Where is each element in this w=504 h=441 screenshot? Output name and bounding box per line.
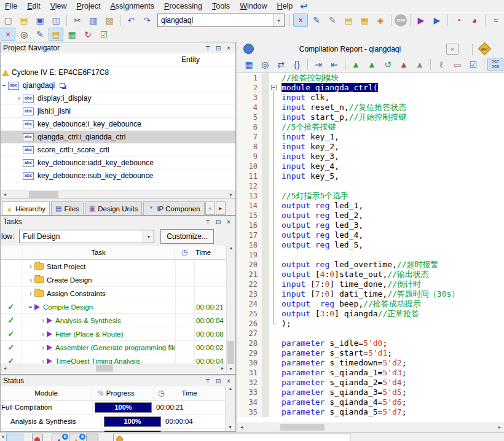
menu-view[interactable]: View bbox=[45, 1, 72, 12]
close-icon[interactable]: × bbox=[1, 434, 5, 440]
fold-margin[interactable] bbox=[269, 211, 279, 221]
menu-help[interactable]: Help bbox=[272, 1, 298, 12]
fold-margin[interactable] bbox=[269, 368, 279, 378]
tree-item-instance[interactable]: abcjishi:i_jishi bbox=[1, 105, 235, 118]
chevron-down-icon[interactable]: ▼ bbox=[143, 230, 154, 243]
paste-icon[interactable]: ▧ bbox=[102, 14, 117, 27]
scrollbar-thumb[interactable] bbox=[227, 341, 234, 364]
task-row[interactable]: ✓›Analysis & Synthesis00:00:04 bbox=[1, 314, 235, 327]
start-synthesis-icon[interactable]: ✎ bbox=[325, 14, 340, 27]
navigator-hscrollbar[interactable]: ◄ ► bbox=[1, 190, 235, 199]
tree-item-instance[interactable]: abcqiangda_ctrl:i_qiandda_ctrl bbox=[1, 131, 235, 144]
code-editor[interactable]: 1//抢答控制模块2−module qiangda_ctrl(3input cl… bbox=[237, 73, 504, 423]
fold-margin[interactable] bbox=[269, 181, 279, 191]
status-vscrollbar[interactable]: ▼ bbox=[225, 400, 235, 431]
remove-all-bookmarks-icon[interactable]: ▲ bbox=[412, 58, 427, 71]
text-editor-icon[interactable]: abc bbox=[478, 42, 491, 55]
menu-project[interactable]: Project bbox=[72, 1, 106, 12]
undo-icon[interactable]: ↶ bbox=[124, 14, 138, 27]
report-window-icon[interactable]: ▦ bbox=[242, 58, 256, 71]
task-row[interactable]: ✓›Fitter (Place & Route)00:00:08 bbox=[1, 327, 235, 341]
redo-icon[interactable]: ↷ bbox=[140, 14, 154, 27]
float-window-icon[interactable]: ⊡ bbox=[214, 44, 222, 52]
start-compilation-icon[interactable]: × bbox=[293, 14, 308, 27]
find-in-text-icon[interactable]: ◎ bbox=[258, 58, 272, 71]
fold-margin[interactable] bbox=[269, 289, 279, 299]
tab-scroll-left-icon[interactable]: ◄ bbox=[205, 201, 215, 215]
task-row[interactable]: ✓›Assembler (Generate programming files)… bbox=[1, 341, 235, 354]
editor-hscrollbar[interactable]: ◄ ► bbox=[237, 423, 504, 432]
indent-icon[interactable]: ⇥ bbox=[311, 58, 326, 71]
chevron-right-icon[interactable]: › bbox=[39, 343, 47, 352]
prev-bookmark-icon[interactable]: ↺ bbox=[380, 58, 395, 71]
compile-design-icon[interactable]: × bbox=[1, 28, 15, 41]
fold-margin[interactable] bbox=[269, 93, 279, 103]
pin-icon[interactable]: ⊤ bbox=[203, 44, 212, 52]
netlist-viewer-icon[interactable]: ≈ bbox=[489, 14, 503, 27]
tab-scroll-right-icon[interactable]: ► bbox=[216, 201, 226, 215]
fold-margin[interactable] bbox=[269, 338, 279, 348]
tasks-vscrollbar-top[interactable]: ▲ bbox=[226, 246, 235, 259]
task-row[interactable]: ›Start Project bbox=[1, 260, 235, 273]
line-number-display[interactable]: 267268 bbox=[487, 58, 503, 71]
tab-ip-componen[interactable]: ＊IP Componen bbox=[143, 201, 204, 215]
pin-planner-icon[interactable]: ▦ bbox=[357, 14, 372, 27]
replace-icon[interactable]: ⇄ bbox=[274, 58, 288, 71]
menu-processing[interactable]: Processing bbox=[159, 1, 207, 12]
unindent-icon[interactable]: ⇤ bbox=[327, 58, 342, 71]
bookmark-icon[interactable]: ▲ bbox=[348, 58, 363, 71]
analyze-current-file-icon[interactable]: ☑ bbox=[466, 58, 481, 71]
chevron-right-icon[interactable]: › bbox=[27, 276, 34, 284]
scroll-right-icon[interactable]: ► bbox=[218, 364, 227, 372]
fold-margin[interactable] bbox=[269, 103, 279, 112]
menu-edit[interactable]: Edit bbox=[22, 1, 45, 12]
scroll-down-icon[interactable]: ▼ bbox=[226, 423, 235, 431]
tree-item-instance[interactable]: abckey_debounce:isub_key_debounce bbox=[1, 170, 235, 182]
pin-planner2-icon[interactable]: ▦ bbox=[65, 28, 79, 41]
chevron-right-icon[interactable]: › bbox=[39, 330, 47, 338]
flow-combobox[interactable]: Full Design ▼ bbox=[19, 230, 154, 243]
fold-margin[interactable] bbox=[269, 221, 279, 230]
attach-file-icon[interactable]: ℓ bbox=[434, 58, 449, 71]
find-icon[interactable]: ◎ bbox=[17, 28, 31, 41]
fold-margin[interactable] bbox=[269, 299, 279, 309]
edit-settings-icon[interactable]: ✎ bbox=[33, 28, 47, 41]
cut-icon[interactable]: ✂ bbox=[70, 14, 85, 27]
assignment-editor-icon[interactable]: ▤ bbox=[341, 14, 356, 27]
menu-assignments[interactable]: Assignments bbox=[106, 1, 160, 12]
tree-item-device[interactable]: Cyclone IV E: EP4CE6F17C8 bbox=[1, 66, 235, 79]
next-bookmark-icon[interactable]: ▲ bbox=[364, 58, 379, 71]
remove-bookmark-icon[interactable]: ▲ bbox=[396, 58, 411, 71]
pin-icon[interactable]: ⊤ bbox=[203, 218, 212, 226]
fold-margin[interactable] bbox=[269, 201, 279, 211]
chevron-down-icon[interactable]: › bbox=[0, 82, 9, 89]
fold-margin[interactable] bbox=[269, 319, 279, 329]
tree-item-root[interactable]: ›abcqiangdaqi bbox=[1, 79, 235, 92]
fold-collapse-icon[interactable]: − bbox=[271, 85, 277, 90]
fold-margin[interactable] bbox=[269, 73, 279, 83]
fold-margin[interactable] bbox=[269, 388, 279, 397]
tree-item-instance[interactable]: ›abcdisplay:i_display bbox=[1, 92, 235, 105]
chevron-right-icon[interactable]: › bbox=[39, 316, 47, 325]
fold-margin[interactable] bbox=[269, 397, 279, 407]
fold-margin[interactable] bbox=[269, 132, 279, 142]
chevron-right-icon[interactable]: › bbox=[27, 289, 34, 298]
fold-margin[interactable] bbox=[269, 240, 279, 250]
scroll-right-icon[interactable]: ► bbox=[227, 190, 235, 198]
info-filter-button[interactable] bbox=[86, 434, 98, 441]
stopwatch-icon[interactable]: ◕ bbox=[467, 14, 482, 27]
fold-margin[interactable] bbox=[269, 309, 279, 319]
chevron-right-icon[interactable]: › bbox=[27, 262, 34, 271]
run-icon[interactable]: ▶ bbox=[414, 14, 428, 27]
fold-margin[interactable] bbox=[269, 378, 279, 388]
fold-margin[interactable] bbox=[269, 152, 279, 162]
stop-icon[interactable]: STOP bbox=[395, 14, 407, 26]
fold-margin[interactable] bbox=[269, 270, 279, 279]
chevron-down-icon[interactable]: › bbox=[26, 303, 35, 311]
fold-margin[interactable] bbox=[269, 260, 279, 270]
tab-design-units[interactable]: ▣Design Units bbox=[85, 201, 143, 215]
fold-margin[interactable] bbox=[269, 230, 279, 240]
tab-hierarchy[interactable]: ▲Hierarchy bbox=[2, 201, 50, 215]
scroll-left-icon[interactable]: ◄ bbox=[1, 190, 9, 198]
task-row[interactable]: ✓›Compile Design00:00:21 bbox=[1, 300, 235, 314]
